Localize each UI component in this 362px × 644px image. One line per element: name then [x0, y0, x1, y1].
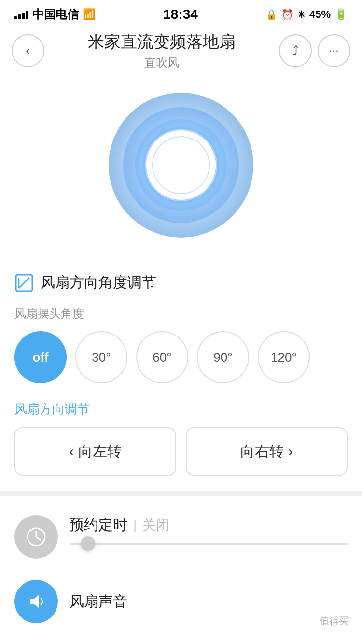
- timer-sep: |: [133, 518, 137, 533]
- angle-btn-90[interactable]: 90°: [197, 331, 249, 383]
- timer-icon[interactable]: [14, 515, 58, 559]
- svg-line-1: [19, 278, 29, 288]
- watermark: 值得买: [316, 613, 352, 630]
- svg-marker-6: [30, 595, 39, 608]
- status-right: 🔒 ⏰ ✳ 45% 🔋: [265, 8, 348, 21]
- svg-line-5: [36, 537, 40, 540]
- sound-section: 风扇声音: [0, 568, 362, 635]
- bluetooth-icon: ✳: [297, 9, 306, 20]
- wifi-icon: 📶: [83, 8, 96, 21]
- status-time: 18:34: [96, 7, 265, 22]
- direction-label: 风扇方向调节: [14, 401, 348, 418]
- timer-slider-thumb[interactable]: [81, 536, 95, 551]
- battery-label: 45%: [309, 8, 331, 21]
- header: ‹ 米家直流变频落地扇 直吹风 ⤴ ···: [0, 26, 362, 78]
- fan-ring-innermost: [152, 136, 210, 194]
- lock-icon: 🔒: [265, 9, 278, 20]
- angle-btn-30[interactable]: 30°: [75, 331, 127, 383]
- share-button[interactable]: ⤴: [279, 34, 312, 67]
- angle-section-label: 风扇摆头角度: [14, 306, 348, 322]
- carrier-label: 中国电信: [32, 7, 79, 22]
- more-button[interactable]: ···: [318, 34, 350, 67]
- header-title-area: 米家直流变频落地扇 直吹风: [44, 31, 279, 70]
- timer-status: 关闭: [142, 516, 169, 534]
- angle-btn-60[interactable]: 60°: [136, 331, 188, 383]
- angle-section-icon: [14, 273, 34, 293]
- angle-btn-120[interactable]: 120°: [258, 331, 310, 383]
- page-subtitle: 直吹风: [44, 55, 279, 70]
- sound-icon[interactable]: [14, 580, 58, 623]
- sound-title: 风扇声音: [70, 592, 127, 612]
- angle-section-title: 风扇方向角度调节: [41, 273, 156, 293]
- section-divider: [0, 491, 362, 496]
- signal-icon: [14, 10, 28, 19]
- angle-section: 风扇方向角度调节 风扇摆头角度 off 30° 60° 90° 120° 风扇方…: [0, 257, 362, 487]
- status-left: 中国电信 📶: [14, 7, 96, 22]
- angle-options: off 30° 60° 90° 120°: [14, 331, 348, 383]
- timer-section: 预约定时 | 关闭: [0, 500, 362, 568]
- back-button[interactable]: ‹: [12, 34, 44, 67]
- turn-right-button[interactable]: 向右转 ›: [186, 427, 348, 476]
- timer-title-row: 预约定时 | 关闭: [70, 515, 348, 535]
- timer-slider[interactable]: [70, 543, 348, 545]
- fan-circle: [109, 93, 253, 238]
- timer-title: 预约定时: [70, 515, 127, 535]
- status-bar: 中国电信 📶 18:34 🔒 ⏰ ✳ 45% 🔋: [0, 0, 362, 26]
- section-header: 风扇方向角度调节: [14, 273, 348, 293]
- direction-buttons: ‹ 向左转 向右转 ›: [14, 427, 348, 476]
- turn-left-button[interactable]: ‹ 向左转: [14, 427, 176, 476]
- timer-content: 预约定时 | 关闭: [70, 515, 348, 545]
- angle-btn-off[interactable]: off: [14, 331, 67, 383]
- battery-icon: 🔋: [334, 8, 348, 21]
- page-title: 米家直流变频落地扇: [44, 31, 279, 53]
- alarm-icon: ⏰: [281, 9, 293, 20]
- fan-visual: [0, 78, 362, 257]
